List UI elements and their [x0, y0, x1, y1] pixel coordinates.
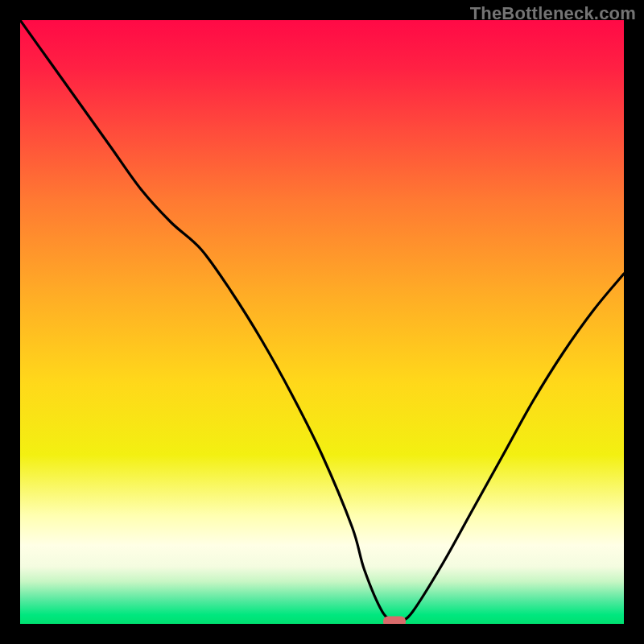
optimal-marker	[383, 617, 406, 625]
gradient-background	[20, 20, 624, 624]
bottleneck-chart	[20, 20, 624, 624]
chart-frame: TheBottleneck.com	[0, 0, 644, 644]
